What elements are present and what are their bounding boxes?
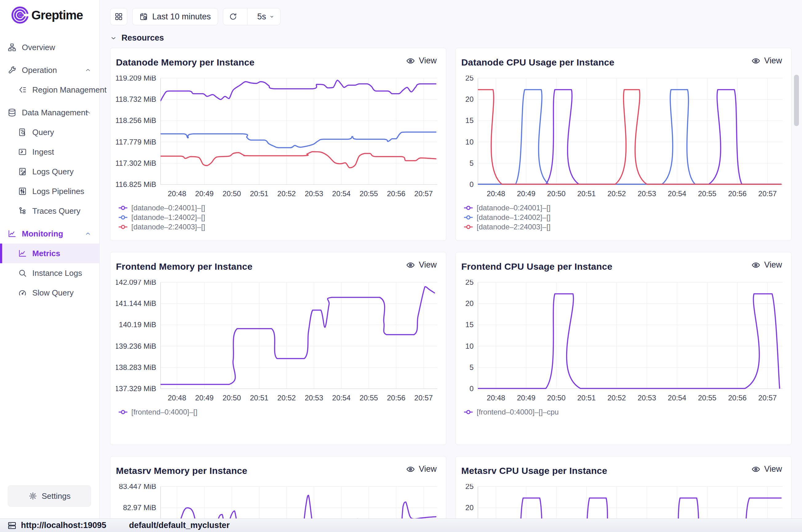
- svg-text:10: 10: [465, 138, 474, 146]
- series-marker-icon: [118, 215, 128, 220]
- cluster-name: default/default_mycluster: [129, 520, 230, 530]
- sidebar-item-label: Overview: [22, 43, 55, 52]
- sidebar-item-metrics[interactable]: Metrics: [0, 244, 99, 263]
- legend-item[interactable]: [datanode–1:24002]–[]: [464, 212, 785, 222]
- line-chart[interactable]: 142.097 MiB141.144 MiB140.19 MiB139.236 …: [116, 280, 440, 406]
- svg-text:20:53: 20:53: [637, 189, 656, 198]
- sidebar-item-slow-query[interactable]: Slow Query: [0, 283, 99, 303]
- settings-button[interactable]: Settings: [8, 485, 91, 507]
- refresh-interval-select[interactable]: 5s: [252, 8, 281, 25]
- gauge-icon: [18, 288, 27, 297]
- svg-text:20:56: 20:56: [728, 189, 747, 198]
- svg-text:137.329 MiB: 137.329 MiB: [116, 384, 156, 393]
- sidebar-item-label: Slow Query: [32, 288, 74, 298]
- legend-item[interactable]: [datanode–1:24002]–[]: [118, 212, 440, 222]
- sidebar-item-label: Instance Logs: [32, 268, 82, 278]
- svg-text:20:57: 20:57: [414, 189, 433, 198]
- chart-legend: [frontend–0:4000]–[]–cpu: [461, 407, 785, 417]
- time-range-button[interactable]: Last 10 minutes: [132, 8, 218, 25]
- settings-label: Settings: [42, 491, 71, 501]
- sidebar-item-label: Metrics: [32, 249, 60, 258]
- sidebar-item-overview[interactable]: Overview: [0, 38, 99, 57]
- svg-text:20:53: 20:53: [637, 394, 656, 402]
- sidebar-nav: OverviewOperationRegion ManagementData M…: [0, 38, 99, 303]
- line-chart[interactable]: 252015105020:4820:4920:5020:5120:5220:53…: [461, 76, 786, 202]
- sidebar-item-traces-query[interactable]: Traces Query: [0, 201, 99, 221]
- legend-item[interactable]: [frontend–0:4000]–[]: [118, 407, 440, 417]
- legend-label: [datanode–2:24003]–[]: [477, 223, 551, 231]
- search-icon: [18, 268, 27, 278]
- sidebar-item-label: Monitoring: [22, 229, 63, 239]
- legend-label: [frontend–0:4000]–[]–cpu: [477, 408, 559, 416]
- line-chart[interactable]: 119.209 MiB118.732 MiB118.256 MiB117.779…: [116, 76, 440, 202]
- legend-item[interactable]: [datanode–0:24001]–[]: [118, 203, 440, 212]
- main-content: Last 10 minutes 5s Resources Datanode Me…: [100, 0, 802, 532]
- svg-text:20:54: 20:54: [668, 189, 686, 198]
- svg-text:20:49: 20:49: [195, 189, 214, 198]
- view-label: View: [764, 464, 782, 474]
- legend-item[interactable]: [datanode–2:24003]–[]: [464, 222, 785, 231]
- ingest-icon: [18, 147, 27, 156]
- metrics-icon: [18, 249, 27, 258]
- chart-card: Datanode Memory per InstanceView119.209 …: [110, 48, 446, 241]
- sidebar-item-ingest[interactable]: Ingest: [0, 142, 99, 162]
- sidebar-item-query[interactable]: Query: [0, 122, 99, 142]
- svg-text:0: 0: [470, 384, 474, 393]
- sidebar-item-logs-pipelines[interactable]: Logs Pipelines: [0, 182, 99, 201]
- toolbar: Last 10 minutes 5s: [110, 8, 802, 25]
- calendar-clock-icon: [139, 12, 148, 21]
- view-label: View: [419, 56, 437, 65]
- series-marker-icon: [118, 225, 128, 229]
- sidebar-item-instance-logs[interactable]: Instance Logs: [0, 263, 99, 283]
- svg-text:20:56: 20:56: [387, 394, 405, 402]
- dashboard-grid-button[interactable]: [110, 8, 127, 25]
- svg-text:20:54: 20:54: [668, 394, 686, 402]
- view-button[interactable]: View: [406, 260, 437, 270]
- view-button[interactable]: View: [751, 464, 782, 474]
- legend-label: [frontend–0:4000]–[]: [131, 408, 197, 416]
- svg-text:20:48: 20:48: [168, 189, 186, 198]
- sidebar-item-logs-query[interactable]: Logs Query: [0, 162, 99, 182]
- svg-text:20:56: 20:56: [387, 189, 405, 198]
- sidebar-item-monitoring[interactable]: Monitoring: [0, 224, 99, 244]
- sidebar-item-data-management[interactable]: Data Management: [0, 103, 99, 122]
- sidebar-item-label: Traces Query: [32, 206, 80, 216]
- svg-text:20: 20: [465, 299, 474, 307]
- legend-item[interactable]: [datanode–0:24001]–[]: [464, 203, 785, 212]
- view-button[interactable]: View: [406, 56, 437, 65]
- legend-item[interactable]: [frontend–0:4000]–[]–cpu: [464, 407, 785, 417]
- wrench-icon: [7, 65, 17, 75]
- view-button[interactable]: View: [751, 56, 782, 65]
- chart-title: Metasrv Memory per Instance: [116, 466, 440, 476]
- series-marker-icon: [118, 410, 128, 415]
- sidebar-item-operation[interactable]: Operation: [0, 60, 99, 80]
- line-chart[interactable]: 252015105020:4820:4920:5020:5120:5220:53…: [461, 280, 786, 406]
- section-label: Resources: [121, 33, 164, 43]
- database-icon: [7, 108, 17, 117]
- eye-icon: [406, 261, 415, 270]
- resources-section-header[interactable]: Resources: [110, 33, 802, 43]
- svg-text:15: 15: [465, 116, 474, 125]
- series-marker-icon: [464, 205, 473, 210]
- legend-item[interactable]: [datanode–2:24003]–[]: [118, 222, 440, 231]
- view-button[interactable]: View: [406, 464, 437, 474]
- brand-logo[interactable]: Greptime: [0, 0, 99, 24]
- chevron-up-icon: [84, 109, 91, 116]
- svg-text:117.302 MiB: 117.302 MiB: [116, 159, 156, 167]
- svg-text:25: 25: [465, 76, 474, 82]
- chart-title: Metasrv CPU Usage per Instance: [461, 466, 785, 476]
- chart-legend: [frontend–0:4000]–[]: [116, 407, 440, 417]
- svg-text:20:48: 20:48: [487, 394, 505, 402]
- chart-title: Frontend CPU Usage per Instance: [461, 261, 785, 272]
- svg-text:0: 0: [470, 180, 474, 189]
- chart-legend: [datanode–0:24001]–[][datanode–1:24002]–…: [116, 203, 440, 231]
- svg-text:82.97 MiB: 82.97 MiB: [123, 504, 156, 512]
- refresh-button[interactable]: [223, 8, 243, 25]
- view-button[interactable]: View: [751, 260, 782, 270]
- scrollbar-thumb[interactable]: [794, 75, 799, 126]
- svg-text:20: 20: [465, 504, 474, 512]
- refresh-icon: [229, 12, 237, 21]
- region-icon: [18, 85, 27, 94]
- eye-icon: [406, 465, 415, 474]
- sidebar-item-region-management[interactable]: Region Management: [0, 80, 99, 100]
